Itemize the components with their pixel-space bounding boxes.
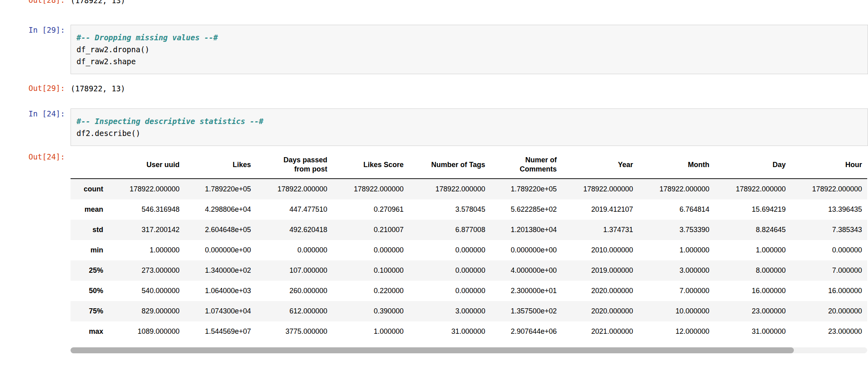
table-cell: 5.622285e+02	[491, 199, 562, 220]
stats-table-body: count178922.0000001.789220e+05178922.000…	[71, 179, 867, 342]
table-cell: 4.298806e+04	[185, 199, 256, 220]
table-cell: 1.789220e+05	[185, 179, 256, 199]
table-cell: 2021.000000	[562, 321, 638, 342]
table-row: count178922.0000001.789220e+05178922.000…	[71, 179, 867, 199]
table-cell: 31.000000	[715, 321, 791, 342]
table-cell: 1.357500e+02	[491, 301, 562, 321]
column-header: Day	[715, 152, 791, 179]
table-cell: 1.374731	[562, 220, 638, 240]
output-prompt: Out[24]:	[0, 152, 71, 162]
table-cell: 2019.412107	[562, 199, 638, 220]
table-cell: 0.000000	[409, 260, 491, 281]
output-text: (178922, 13)	[71, 0, 868, 6]
table-cell: 0.100000	[332, 260, 408, 281]
table-cell: 178922.000000	[715, 179, 791, 199]
table-cell: 7.000000	[638, 281, 715, 301]
code-editor[interactable]: #-- Dropping missing values --# df_raw2.…	[71, 25, 868, 74]
table-cell: 1.000000	[332, 321, 408, 342]
table-cell: 1089.000000	[108, 321, 185, 342]
row-label: 25%	[71, 260, 108, 281]
table-cell: 2020.000000	[562, 301, 638, 321]
table-cell: 260.000000	[256, 281, 332, 301]
table-cell: 0.000000e+00	[491, 240, 562, 260]
table-cell: 178922.000000	[256, 179, 332, 199]
code-comment: #-- Dropping missing values --#	[77, 32, 864, 43]
column-header: Likes Score	[332, 152, 408, 179]
table-cell: 16.000000	[715, 281, 791, 301]
table-cell: 12.000000	[638, 321, 715, 342]
table-cell: 3.578045	[409, 199, 491, 220]
row-label: mean	[71, 199, 108, 220]
corner-cell	[71, 152, 108, 179]
code-comment: #-- Inspecting descriptive statistics --…	[77, 115, 864, 127]
table-cell: 273.000000	[108, 260, 185, 281]
table-cell: 3.000000	[638, 260, 715, 281]
table-cell: 178922.000000	[791, 179, 867, 199]
output-prompt: Out[29]:	[0, 83, 71, 93]
table-cell: 107.000000	[256, 260, 332, 281]
table-cell: 2010.000000	[562, 240, 638, 260]
table-cell: 1.000000	[638, 240, 715, 260]
table-cell: 0.000000	[332, 240, 408, 260]
table-cell: 0.000000	[409, 240, 491, 260]
table-cell: 1.789220e+05	[491, 179, 562, 199]
row-label: count	[71, 179, 108, 199]
table-cell: 1.074300e+04	[185, 301, 256, 321]
table-cell: 546.316948	[108, 199, 185, 220]
table-cell: 0.220000	[332, 281, 408, 301]
table-cell: 317.200142	[108, 220, 185, 240]
horizontal-scrollbar-track[interactable]	[71, 347, 867, 353]
table-cell: 0.390000	[332, 301, 408, 321]
row-label: max	[71, 321, 108, 342]
table-cell: 2019.000000	[562, 260, 638, 281]
table-cell: 2.604648e+05	[185, 220, 256, 240]
row-label: 75%	[71, 301, 108, 321]
describe-table-head: User uuidLikesDays passed from postLikes…	[71, 152, 867, 179]
column-header: Numer of Comments	[491, 152, 562, 179]
notebook-area: Out[28]: (178922, 13) In [29]: #-- Dropp…	[0, 0, 868, 353]
table-cell: 23.000000	[715, 301, 791, 321]
horizontal-scrollbar-thumb[interactable]	[71, 347, 794, 353]
table-cell: 31.000000	[409, 321, 491, 342]
table-cell: 2020.000000	[562, 281, 638, 301]
code-line: df_raw2.shape	[77, 55, 864, 67]
table-cell: 2.907644e+06	[491, 321, 562, 342]
table-cell: 8.000000	[715, 260, 791, 281]
table-cell: 15.694219	[715, 199, 791, 220]
table-cell: 13.396435	[791, 199, 867, 220]
table-cell: 1.201380e+04	[491, 220, 562, 240]
output-cell-29: Out[29]: (178922, 13)	[0, 83, 868, 94]
column-header: Month	[638, 152, 715, 179]
table-row: mean546.3169484.298806e+04447.4775100.27…	[71, 199, 867, 220]
table-cell: 1.000000	[108, 240, 185, 260]
input-prompt: In [24]:	[0, 108, 71, 119]
table-cell: 0.000000	[409, 281, 491, 301]
column-header: Days passed from post	[256, 152, 332, 179]
table-cell: 178922.000000	[562, 179, 638, 199]
describe-table: User uuidLikesDays passed from postLikes…	[71, 152, 867, 342]
row-label: 50%	[71, 281, 108, 301]
column-header: Likes	[185, 152, 256, 179]
code-line: df_raw2.dropna()	[77, 43, 864, 55]
output-cell-24: Out[24]: User uuidLikesDays passed from …	[0, 152, 868, 353]
table-cell: 540.000000	[108, 281, 185, 301]
dataframe-output: User uuidLikesDays passed from postLikes…	[71, 152, 868, 353]
clipped-output-row: Out[28]: (178922, 13)	[0, 0, 868, 6]
column-header: Year	[562, 152, 638, 179]
code-editor[interactable]: #-- Inspecting descriptive statistics --…	[71, 108, 868, 146]
table-cell: 10.000000	[638, 301, 715, 321]
table-cell: 3.753390	[638, 220, 715, 240]
code-line: df2.describe()	[77, 127, 864, 139]
table-cell: 0.000000e+00	[185, 240, 256, 260]
table-cell: 3775.000000	[256, 321, 332, 342]
spacer	[0, 6, 868, 25]
table-cell: 0.000000	[791, 240, 867, 260]
table-cell: 1.340000e+02	[185, 260, 256, 281]
table-row: max1089.0000001.544569e+073775.0000001.0…	[71, 321, 867, 342]
table-cell: 8.824645	[715, 220, 791, 240]
table-cell: 16.000000	[791, 281, 867, 301]
table-cell: 178922.000000	[108, 179, 185, 199]
table-row: 75%829.0000001.074300e+04612.0000000.390…	[71, 301, 867, 321]
output-text: (178922, 13)	[71, 83, 868, 94]
table-cell: 4.000000e+00	[491, 260, 562, 281]
